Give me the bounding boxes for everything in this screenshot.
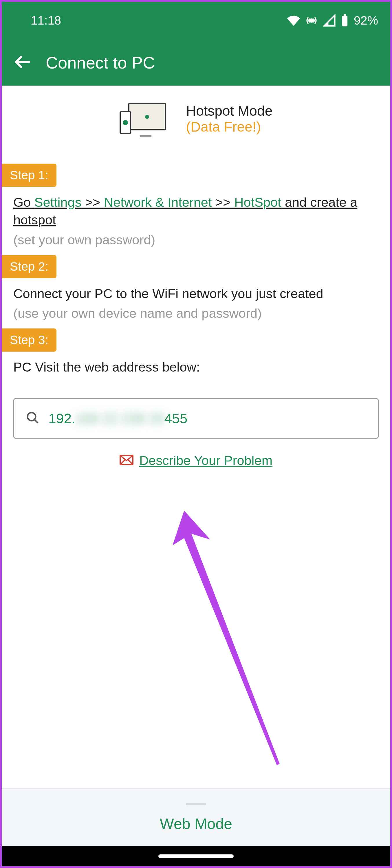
- svg-marker-7: [172, 510, 280, 765]
- describe-problem-row: Describe Your Problem: [2, 453, 390, 468]
- svg-point-0: [310, 19, 313, 22]
- devices-illustration-icon: [119, 103, 166, 135]
- step-2-badge: Step 2:: [2, 255, 56, 278]
- hotspot-link[interactable]: HotSpot: [234, 195, 281, 210]
- app-bar: Connect to PC: [2, 39, 390, 86]
- annotation-cursor-icon: [172, 510, 294, 772]
- status-bar: 11:18 92%: [2, 2, 390, 39]
- step-1-hint: (set your own password): [2, 231, 390, 249]
- mode-title: Hotspot Mode: [186, 103, 273, 119]
- text: >>: [81, 195, 104, 210]
- step-1-text: Go Settings >> Network & Internet >> Hot…: [2, 187, 390, 231]
- mode-header: Hotspot Mode (Data Free!): [2, 86, 390, 158]
- bottom-sheet[interactable]: Web Mode: [2, 788, 390, 846]
- text: >>: [212, 195, 234, 210]
- wifi-icon: [287, 14, 300, 27]
- ip-blurred: 168 22 238 33: [75, 411, 164, 426]
- step-1-badge: Step 1:: [2, 164, 56, 187]
- device-frame: 11:18 92% Connect to PC: [0, 0, 392, 868]
- step-2-text: Connect your PC to the WiFi network you …: [2, 278, 390, 305]
- mode-subtitle: (Data Free!): [186, 119, 273, 135]
- text: Go: [13, 195, 34, 210]
- navigation-bar: [2, 846, 390, 866]
- hotspot-icon: [305, 14, 318, 27]
- step-1-section: Step 1: Go Settings >> Network & Interne…: [2, 158, 390, 249]
- settings-link[interactable]: Settings: [34, 195, 82, 210]
- mail-icon: [119, 455, 134, 467]
- page-title: Connect to PC: [46, 53, 155, 72]
- nav-home-indicator[interactable]: [158, 855, 234, 858]
- ip-suffix: 455: [164, 411, 187, 426]
- step-3-text: PC Visit the web address below:: [2, 351, 390, 378]
- step-2-section: Step 2: Connect your PC to the WiFi netw…: [2, 249, 390, 323]
- svg-point-4: [28, 413, 36, 421]
- web-address-value: 192.168 22 238 33455: [48, 410, 187, 427]
- svg-rect-1: [342, 16, 347, 27]
- describe-problem-link[interactable]: Describe Your Problem: [139, 453, 273, 468]
- search-icon: [26, 411, 40, 426]
- step-3-section: Step 3: PC Visit the web address below:: [2, 323, 390, 378]
- ip-prefix: 192.: [48, 411, 75, 426]
- web-mode-label[interactable]: Web Mode: [160, 815, 232, 832]
- svg-line-5: [34, 420, 38, 423]
- web-address-box[interactable]: 192.168 22 238 33455: [13, 398, 379, 439]
- back-icon[interactable]: [14, 53, 31, 72]
- step-3-badge: Step 3:: [2, 329, 56, 351]
- svg-rect-2: [344, 14, 346, 16]
- drag-handle-icon[interactable]: [186, 803, 206, 805]
- step-2-hint: (use your own device name and password): [2, 304, 390, 323]
- main-content: Hotspot Mode (Data Free!) Step 1: Go Set…: [2, 86, 390, 788]
- status-time: 11:18: [14, 13, 61, 28]
- status-indicators: 92%: [287, 13, 378, 28]
- signal-icon: [323, 14, 336, 27]
- network-internet-link[interactable]: Network & Internet: [104, 195, 212, 210]
- battery-percent: 92%: [354, 13, 378, 28]
- battery-icon: [341, 14, 348, 27]
